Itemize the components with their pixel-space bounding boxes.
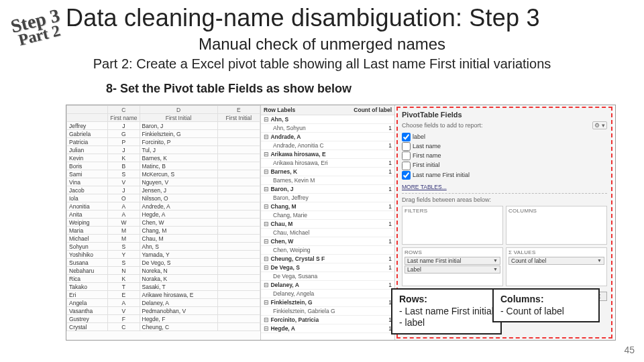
gear-icon[interactable]: ⚙ ▾ [592, 121, 607, 129]
table-row: JulianJTul, J [67, 146, 260, 154]
table-row: YoshihikoYYamada, Y [67, 251, 260, 259]
table-row: JacobJJensen, J [67, 186, 260, 194]
pivot-header-left: Row Labels [264, 107, 295, 113]
table-row: VinaVNguyen, V [67, 178, 260, 186]
pivot-sub-row[interactable]: Andrade, Anonitia C1 [261, 141, 394, 150]
slide-title: Data cleaning-name disambiguation: Step … [66, 4, 637, 32]
pivot-sub-row[interactable]: Arikawa hirosawa, Eri1 [261, 159, 394, 168]
table-row: BorisBMatinc, B [67, 162, 260, 170]
pane-title: PivotTable Fields [402, 111, 607, 119]
pivot-group-row[interactable]: Delaney, A1 [261, 281, 394, 290]
field-checkbox[interactable]: First initial [402, 160, 607, 170]
field-list: labelLast nameFirst nameFirst initialLas… [402, 132, 607, 180]
pivot-group-row[interactable]: Andrade, A [261, 133, 394, 141]
table-row: SusanaSDe Vego, S [67, 259, 260, 267]
column-header: First name [108, 114, 140, 122]
pivot-table: Row Labels Count of label Ahn, SAhn, Soh… [261, 105, 395, 340]
pivot-sub-row[interactable]: De Vega, Susana [261, 272, 394, 281]
area-rows[interactable]: ROWS Last name First initial▼Label▼ [402, 247, 503, 286]
pivot-sub-row[interactable]: Chang, Marie [261, 211, 394, 220]
table-row: AnitaAHegde, A [67, 210, 260, 219]
worksheet-grid: CDE First nameFirst InitialFirst Initial… [66, 105, 261, 340]
table-row: NebaharuNNoreka, N [67, 267, 260, 275]
more-tables-link[interactable]: MORE TABLES... [402, 184, 607, 190]
slide-number: 45 [624, 345, 635, 355]
table-row: AnonitiaAAndrede, A [67, 202, 260, 210]
slide-subtitle: Manual check of unmerged names [0, 35, 644, 54]
table-row: AngelaADelaney, A [67, 299, 260, 307]
callout-rows-heading: Rows: [399, 294, 494, 306]
table-row: JeffreyJBaron, J [67, 122, 260, 130]
pane-hint: Choose fields to add to report: [402, 122, 483, 129]
column-letter: E [217, 106, 260, 114]
table-row: IolaONilsson, O [67, 194, 260, 202]
area-filters[interactable]: FILTERS [402, 206, 503, 245]
pivot-sub-row[interactable]: Delaney, Angela [261, 290, 394, 298]
field-checkbox[interactable]: First name [402, 151, 607, 160]
pivot-group-row[interactable]: Cheung, Crystal S F1 [261, 255, 394, 263]
field-checkbox[interactable]: Last name First initial [402, 170, 607, 180]
table-row: MichaelMChau, M [67, 235, 260, 243]
pivot-group-row[interactable]: Forcinito, Patricia1 [261, 316, 394, 324]
area-chip[interactable]: Count of label▼ [508, 257, 604, 265]
column-letter: C [108, 106, 140, 114]
table-row: GustreyFHegde, F [67, 315, 260, 323]
table-row: WeipingWChen, W [67, 219, 260, 227]
table-row: SamiSMcKercun, S [67, 170, 260, 178]
pivot-header-right: Count of label [354, 107, 392, 113]
pivot-group-row[interactable]: Chen, W1 [261, 237, 394, 246]
table-row: PatriciaPForcinito, P [67, 138, 260, 146]
table-row: TakakoTSasaki, T [67, 283, 260, 291]
area-chip[interactable]: Last name First initial▼ [405, 257, 500, 265]
area-chip[interactable]: Label▼ [405, 265, 500, 274]
field-checkbox[interactable]: label [402, 132, 607, 141]
field-checkbox[interactable]: Last name [402, 141, 607, 151]
table-row: GabrielaGFinkielsztein, G [67, 130, 260, 138]
area-values[interactable]: Σ VALUES Count of label▼ [506, 247, 607, 286]
table-row: VasanthaVPedmanobhan, V [67, 307, 260, 315]
pivot-group-row[interactable]: Arikawa hirosawa, E [261, 150, 394, 159]
pivot-group-row[interactable]: Hegde, A1 [261, 324, 394, 333]
pivot-sub-row[interactable]: Baron, Jeffrey [261, 194, 394, 202]
area-columns[interactable]: COLUMNS [506, 206, 607, 245]
pivot-group-row[interactable]: De Vega, S1 [261, 263, 394, 272]
pivot-group-row[interactable]: Chau, M1 [261, 220, 394, 229]
table-row: CrystalCCheung, C [67, 323, 260, 331]
pivot-sub-row[interactable]: Finkielsztein, Gabriela G [261, 307, 394, 316]
pivot-sub-row[interactable]: Barnes, Kevin M [261, 176, 394, 185]
callout-rows: Rows: - Last name First initial - label [391, 288, 502, 335]
pivot-group-row[interactable]: Chang, M1 [261, 202, 394, 211]
callout-cols-heading: Columns: [500, 294, 592, 306]
drag-hint: Drag fields between areas below: [402, 193, 607, 203]
pivot-sub-row[interactable]: Ahn, Sohyun1 [261, 124, 394, 133]
column-letter [67, 106, 108, 114]
table-row: MariaMChang, M [67, 227, 260, 235]
column-header: First Initial [217, 114, 260, 122]
step-instruction: 8- Set the Pivot table Fields as show be… [106, 82, 352, 96]
column-header: First Initial [140, 114, 217, 122]
table-row: SohyunSAhn, S [67, 243, 260, 251]
table-row: RicaKNoraka, K [67, 275, 260, 283]
column-letter: D [140, 106, 217, 114]
table-row: KevinKBarnes, K [67, 154, 260, 162]
table-row: EriEArikawe hirosawa, E [67, 291, 260, 299]
pivot-sub-row[interactable]: Chen, Weiping [261, 246, 394, 255]
part-description: Part 2: Create a Excel pivot table showi… [0, 56, 644, 72]
callout-columns: Columns: - Count of label [492, 288, 600, 322]
pivot-sub-row[interactable]: Chau, Michael [261, 229, 394, 237]
pivot-group-row[interactable]: Ahn, S [261, 115, 394, 124]
pivot-group-row[interactable]: Finkielsztein, G1 [261, 298, 394, 307]
pivot-group-row[interactable]: Barnes, K1 [261, 168, 394, 176]
pivot-group-row[interactable]: Baron, J1 [261, 185, 394, 194]
